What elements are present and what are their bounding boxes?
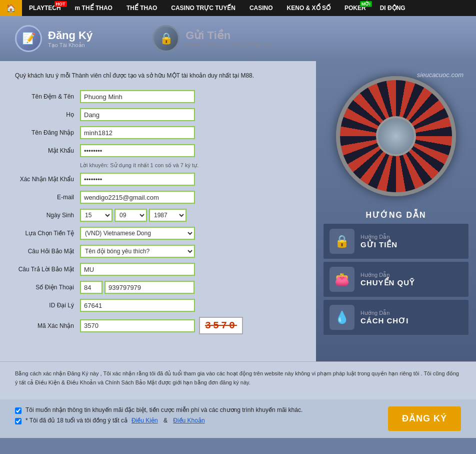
gui-tien-icon: 🔒 [330, 229, 354, 254]
security-question-select[interactable]: Tên đội bóng yêu thích? [80, 245, 195, 258]
phone-prefix-input[interactable] [80, 281, 102, 294]
hot-badge: HOT [54, 1, 67, 7]
dob-year-select[interactable]: 1987 [149, 209, 186, 222]
terms-link2[interactable]: Điều Khoản [173, 417, 204, 424]
captcha-label: Mã Xác Nhận [15, 322, 80, 329]
safe-icon: 🔒 [160, 32, 173, 45]
nav-di-dong[interactable]: DI ĐỘNG [373, 0, 412, 16]
right-panel: sieucacuoc.com HƯỚNG DẪN 🔒 Hướng Dẫn GỬI… [316, 61, 476, 361]
new-badge: MỚI [360, 1, 372, 7]
checkbox1[interactable] [15, 407, 22, 414]
checkbox2-and: & [162, 417, 170, 424]
phone-inputs [80, 281, 194, 294]
nav-di-dong-label: DI ĐỘNG [380, 5, 406, 12]
home-icon: 🏠 [6, 4, 16, 13]
gui-tien-name: GỬI TIỀN [360, 240, 398, 249]
last-name-label: Họ [15, 111, 80, 118]
security-question-label: Câu Hỏi Bảo Mật [15, 248, 80, 255]
guide-title: HƯỚNG DẪN [324, 210, 468, 220]
step1-title: Đăng Ký [48, 29, 92, 42]
gui-tien-text: Hướng Dẫn GỬI TIỀN [360, 234, 398, 249]
security-answer-label: Câu Trả Lời Bảo Mật [15, 266, 80, 273]
top-navigation: 🏠 PLAYTECH HOT m THỂ THAO THỂ THAO CASIN… [0, 0, 476, 16]
page-header: 📝 Đăng Ký Tạo Tài Khoản 🔒 Gửi Tiền Nhanh… [0, 16, 476, 61]
nav-casino-label: CASINO [250, 5, 273, 12]
checkbox2-row: * Tôi đã đủ 18 tuổi và tôi đồng ý tất cả… [15, 417, 302, 424]
step1-subtitle: Tạo Tài Khoản [48, 42, 92, 49]
full-name-input[interactable] [80, 90, 195, 103]
password-input[interactable] [80, 144, 195, 157]
roulette-wheel [336, 76, 456, 196]
cach-choi-text: Hướng Dẫn CÁCH CHƠI [360, 310, 408, 325]
captcha-input[interactable] [80, 319, 195, 332]
confirm-password-input[interactable] [80, 173, 195, 186]
nav-the-thao[interactable]: THỂ THAO [120, 0, 164, 16]
step2-deposit: 🔒 Gửi Tiền Nhanh Chóng, An Toàn và Tiện … [152, 25, 272, 52]
nav-casino-truc-tuyen[interactable]: CASINO TRỰC TUYẾN [164, 0, 242, 16]
phone-number-input[interactable] [104, 281, 194, 294]
email-label: E-mail [15, 194, 80, 201]
phone-row: Số Điện Thoại [15, 281, 301, 294]
dob-selects: 15 09 1987 [80, 209, 186, 222]
guide-cach-choi-button[interactable]: 💧 Hướng Dẫn CÁCH CHƠI [324, 300, 468, 335]
nav-playtech[interactable]: PLAYTECH HOT [22, 0, 68, 16]
cach-choi-name: CÁCH CHƠI [360, 316, 408, 325]
nav-home[interactable]: 🏠 [0, 0, 22, 16]
nav-m-the-thao[interactable]: m THỂ THAO [68, 0, 120, 16]
confirm-password-label: Xác Nhận Mật Khẩu [15, 176, 80, 183]
submit-button[interactable]: ĐĂNG KÝ [388, 406, 461, 431]
cach-choi-label: Hướng Dẫn [360, 310, 408, 316]
password-row: Mật Khẩu [15, 144, 301, 157]
username-input[interactable] [80, 126, 195, 139]
nav-keno[interactable]: KENO & XỔ SỐ [280, 0, 338, 16]
step2-text: Gửi Tiền Nhanh Chóng, An Toàn và Tiện Lợ… [186, 29, 272, 49]
checkbox1-label: Tôi muốn nhận thông tin khuyến mãi đặc b… [26, 406, 302, 413]
step2-title: Gửi Tiền [186, 29, 272, 42]
security-answer-row: Câu Trả Lời Bảo Mật [15, 263, 301, 276]
nav-keno-label: KENO & XỔ SỐ [287, 5, 330, 12]
dob-month-select[interactable]: 09 [114, 209, 147, 222]
captcha-inputs: 3570 [80, 317, 243, 334]
nav-poker[interactable]: POKER MỚI [338, 0, 373, 16]
guide-gui-tien-button[interactable]: 🔒 Hướng Dẫn GỬI TIỀN [324, 224, 468, 259]
captcha-row: Mã Xác Nhận 3570 [15, 317, 301, 334]
password-hint: Lời khuyên: Sử dụng ít nhất 1 con số và … [80, 162, 301, 169]
confirm-password-row: Xác Nhận Mật Khẩu [15, 173, 301, 186]
security-question-row: Câu Hỏi Bảo Mật Tên đội bóng yêu thích? [15, 245, 301, 258]
notice-text: Quý khách lưu ý mỗi Thành viên chỉ được … [15, 71, 301, 80]
chuyen-quy-name: CHUYỂN QUỸ [360, 278, 414, 287]
dob-row: Ngày Sinh 15 09 1987 [15, 209, 301, 222]
agent-id-input[interactable] [80, 299, 195, 312]
security-answer-input[interactable] [80, 263, 195, 276]
username-row: Tên Đăng Nhập [15, 126, 301, 139]
dob-day-select[interactable]: 15 [80, 209, 112, 222]
nav-casino-truc-tuyen-label: CASINO TRỰC TUYẾN [171, 5, 236, 12]
step1-text: Đăng Ký Tạo Tài Khoản [48, 29, 92, 49]
currency-row: Lựa Chọn Tiền Tệ (VND) Vietnamese Dong [15, 227, 301, 240]
terms-text: Bằng cách xác nhận Đăng Ký này , Tôi xác… [15, 369, 461, 387]
dob-label: Ngày Sinh [15, 212, 80, 219]
checkbox2[interactable] [15, 418, 22, 424]
full-name-row: Tên Đệm & Tên [15, 90, 301, 103]
guide-chuyen-quy-button[interactable]: 👛 Hướng Dẫn CHUYỂN QUỸ [324, 262, 468, 297]
main-content: Quý khách lưu ý mỗi Thành viên chỉ được … [0, 61, 476, 361]
roulette-center [376, 116, 416, 156]
last-name-input[interactable] [80, 108, 195, 121]
email-input[interactable] [80, 191, 195, 204]
checkbox1-row: Tôi muốn nhận thông tin khuyến mãi đặc b… [15, 406, 302, 414]
chuyen-quy-text: Hướng Dẫn CHUYỂN QUỸ [360, 272, 414, 287]
chuyen-quy-icon: 👛 [330, 267, 354, 292]
terms-section: Bằng cách xác nhận Đăng Ký này , Tôi xác… [0, 361, 476, 399]
email-row: E-mail [15, 191, 301, 204]
checkbox2-label: * Tôi đã đủ 18 tuổi và tôi đồng ý tất cả [26, 417, 128, 424]
nav-m-the-thao-label: m THỂ THAO [75, 5, 112, 12]
registration-form-area: Quý khách lưu ý mỗi Thành viên chỉ được … [0, 61, 316, 361]
nav-the-thao-label: THỂ THAO [126, 5, 157, 12]
checkbox-group: Tôi muốn nhận thông tin khuyến mãi đặc b… [15, 406, 302, 427]
nav-casino[interactable]: CASINO [242, 0, 280, 16]
currency-select[interactable]: (VND) Vietnamese Dong [80, 227, 195, 240]
phone-label: Số Điện Thoại [15, 284, 80, 291]
step1-icon: 📝 [15, 25, 42, 52]
terms-link1[interactable]: Điều Kiện [132, 417, 158, 424]
agent-id-label: ID Đại Lý [15, 302, 80, 309]
